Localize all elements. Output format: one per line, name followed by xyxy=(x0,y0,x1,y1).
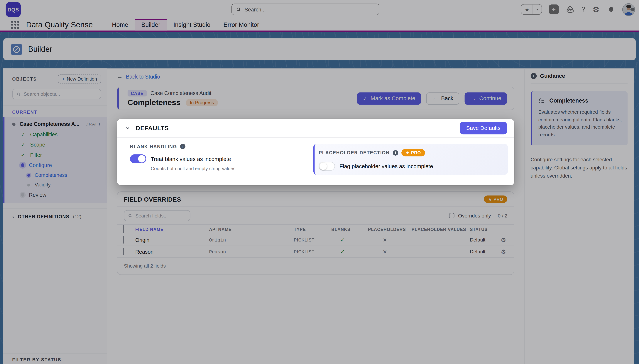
sidebar-item-scope[interactable]: ✓Scope xyxy=(5,140,107,150)
active-substep-dot-icon xyxy=(27,174,30,176)
object-type-badge: CASE xyxy=(128,90,147,96)
row-checkbox[interactable] xyxy=(123,236,124,244)
sidebar-item-filter[interactable]: ✓Filter xyxy=(5,150,107,160)
add-icon[interactable]: + xyxy=(549,4,558,14)
cross-icon: ✕ xyxy=(368,237,412,243)
fields-search[interactable] xyxy=(124,210,190,221)
check-icon: ✓ xyxy=(21,132,26,138)
tab-builder[interactable]: Builder xyxy=(135,19,167,30)
setup-gear-icon[interactable]: ⚙ xyxy=(592,4,600,14)
tab-error-monitor[interactable]: Error Monitor xyxy=(217,19,266,30)
app-name: Data Quality Sense xyxy=(26,20,93,29)
notifications-bell-icon[interactable] xyxy=(606,5,615,14)
sidebar-item-current-definition[interactable]: Case Completeness A... DRAFT xyxy=(5,119,107,130)
favorites-button[interactable]: ★ ▾ xyxy=(521,4,542,14)
star-icon: ★ xyxy=(405,150,410,155)
global-search[interactable] xyxy=(232,4,379,15)
blank-handling-toggle[interactable] xyxy=(130,154,146,163)
table-row[interactable]: Reason Reason PICKLIST ✓ ✕ Default ⚙ xyxy=(117,246,514,258)
column-status[interactable]: STATUS xyxy=(470,227,501,232)
mark-as-complete-button[interactable]: ✓Mark as Complete xyxy=(357,92,421,104)
column-placeholders[interactable]: PLACEHOLDERS xyxy=(368,227,412,232)
substep-dot-icon xyxy=(27,184,30,186)
continue-button[interactable]: →Continue xyxy=(465,92,507,104)
table-footer-summary: Showing all 2 fields xyxy=(117,258,514,274)
column-placeholder-values[interactable]: PLACEHOLDER VALUES xyxy=(412,227,470,232)
star-icon: ★ xyxy=(488,197,492,202)
blank-handling-subtext: Counts both null and empty string values xyxy=(151,166,313,171)
objects-label: OBJECTS xyxy=(12,76,37,81)
column-type[interactable]: TYPE xyxy=(294,227,331,232)
row-checkbox[interactable] xyxy=(123,248,124,255)
status-badge: In Progress xyxy=(186,99,218,106)
sidebar-item-configure[interactable]: Configure xyxy=(5,160,107,170)
dqs-logo[interactable]: DQS xyxy=(6,2,21,17)
new-definition-button[interactable]: +New Definition xyxy=(58,74,101,83)
tab-home[interactable]: Home xyxy=(105,19,135,30)
placeholder-detection-section: PLACEHOLDER DETECTION i ★PRO Flag placeh… xyxy=(313,144,508,175)
caret-down-icon[interactable]: ▾ xyxy=(533,4,541,14)
back-to-studio-link[interactable]: ← Back to Studio xyxy=(117,73,160,80)
column-blanks[interactable]: BLANKS xyxy=(331,227,368,232)
defaults-panel: DEFAULTS Save Defaults BLANK HANDLING i … xyxy=(117,119,514,185)
placeholder-detection-toggle[interactable] xyxy=(319,162,335,170)
chevron-down-icon[interactable] xyxy=(125,126,130,130)
nav-tabs: Home Builder Insight Studio Error Monito… xyxy=(105,19,266,30)
field-overrides-panel: FIELD OVERRIDES ★PRO Overrides only 0 / … xyxy=(117,192,514,275)
checklist-icon xyxy=(538,97,545,104)
objects-search[interactable] xyxy=(12,89,101,99)
table-row[interactable]: Origin Origin PICKLIST ✓ ✕ Default ⚙ xyxy=(117,234,514,246)
content-sheet: OBJECTS +New Definition CURRENT Case Com… xyxy=(3,68,634,364)
pro-badge: ★PRO xyxy=(484,196,507,203)
trailhead-icon[interactable] xyxy=(565,5,574,14)
search-icon xyxy=(128,214,132,218)
back-arrow-icon: ← xyxy=(432,95,438,102)
sidebar-item-review[interactable]: Review xyxy=(5,190,107,200)
current-section-label: CURRENT xyxy=(3,106,107,117)
blank-handling-section: BLANK HANDLING i Treat blank values as i… xyxy=(130,144,313,175)
sidebar-item-completeness[interactable]: Completeness xyxy=(5,170,107,180)
guidance-panel: i Guidance Completeness Evaluates whethe… xyxy=(524,68,634,364)
row-settings-gear-icon[interactable]: ⚙ xyxy=(501,248,514,255)
app-launcher-icon[interactable] xyxy=(11,20,19,29)
global-search-input[interactable] xyxy=(244,6,375,12)
overrides-only-checkbox[interactable] xyxy=(449,213,454,218)
column-api-name[interactable]: API NAME xyxy=(209,227,294,232)
select-all-checkbox[interactable] xyxy=(123,225,124,233)
other-definitions-toggle[interactable]: › OTHER DEFINITIONS (12) xyxy=(3,208,107,220)
main-content: ← Back to Studio CASE Case Completeness … xyxy=(107,68,524,364)
blank-handling-label: BLANK HANDLING xyxy=(130,144,177,149)
current-definition-tree: Case Completeness A... DRAFT ✓Capabiliti… xyxy=(3,117,107,203)
save-defaults-button[interactable]: Save Defaults xyxy=(460,122,507,134)
tab-insight-studio[interactable]: Insight Studio xyxy=(167,19,217,30)
help-icon[interactable]: ? xyxy=(581,5,585,14)
sort-asc-icon: ↑ xyxy=(165,227,167,232)
definition-header-card: CASE Case Completeness Audit Completenes… xyxy=(117,87,514,110)
info-icon[interactable]: i xyxy=(180,144,186,149)
defaults-title: DEFAULTS xyxy=(136,124,169,131)
sidebar-item-validity[interactable]: Validity xyxy=(5,180,107,190)
back-button[interactable]: ←Back xyxy=(426,92,459,104)
column-field-name[interactable]: FIELD NAME↑ xyxy=(135,227,209,232)
selection-count: 0 / 2 xyxy=(498,213,507,218)
star-icon[interactable]: ★ xyxy=(521,4,533,14)
info-icon[interactable]: i xyxy=(393,150,398,156)
check-icon: ✓ xyxy=(363,95,367,102)
definition-name: Case Completeness A... xyxy=(20,121,80,127)
top-utility-bar: DQS ★ ▾ + ? ⚙ xyxy=(0,0,639,19)
objects-search-input[interactable] xyxy=(24,91,97,97)
accent-bar xyxy=(117,87,119,110)
fields-search-input[interactable] xyxy=(135,213,186,218)
sidebar-item-capabilities[interactable]: ✓Capabilities xyxy=(5,130,107,140)
page-header-card: Builder xyxy=(3,38,636,60)
user-avatar[interactable] xyxy=(622,3,635,16)
search-icon xyxy=(236,7,241,12)
builder-compass-icon xyxy=(11,44,22,55)
row-settings-gear-icon[interactable]: ⚙ xyxy=(501,237,514,243)
field-overrides-title: FIELD OVERRIDES xyxy=(124,196,181,202)
definition-dot-icon xyxy=(12,122,16,126)
active-step-dot-icon xyxy=(21,163,25,167)
guidance-card-title: Completeness xyxy=(549,97,588,104)
object-name: Case Completeness Audit xyxy=(151,90,212,96)
guidance-note: Configure settings for each selected cap… xyxy=(531,156,628,180)
